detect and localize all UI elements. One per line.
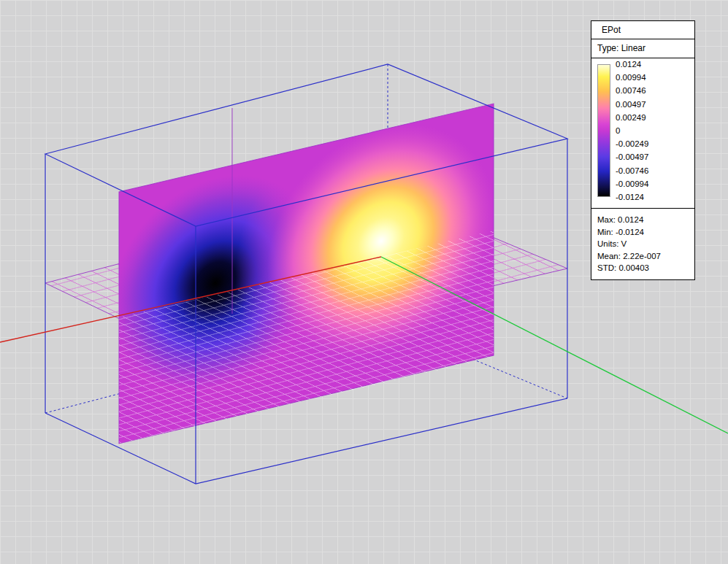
stat-units: Units: V (597, 238, 689, 250)
legend-type-label: Type: Linear (591, 39, 694, 58)
colorbar-tick: -0.00746 (616, 166, 648, 176)
colorbar-tick: 0.00746 (616, 85, 648, 96)
colorbar-tick: -0.0124 (616, 192, 648, 202)
stat-min: Min: -0.0124 (597, 226, 689, 239)
colorbar-tick: 0.0124 (616, 59, 648, 69)
colorbar-tick: -0.00994 (616, 179, 648, 189)
legend-title: EPot (591, 21, 694, 39)
colorbar-ticks: 0.0124 0.00994 0.00746 0.00497 0.00249 0… (616, 59, 648, 202)
colorbar-section: 0.0124 0.00994 0.00746 0.00497 0.00249 0… (591, 58, 694, 209)
colorbar-gradient (597, 64, 610, 197)
colorbar-tick: -0.00497 (616, 152, 648, 162)
colorbar-tick: 0.00497 (616, 99, 648, 109)
3d-viewport[interactable]: EPot Type: Linear 0.0124 0.00994 0.00746… (0, 0, 728, 564)
legend-stats: Max: 0.0124 Min: -0.0124 Units: V Mean: … (591, 209, 694, 279)
stat-std: STD: 0.00403 (597, 262, 689, 274)
colorbar-tick: 0.00249 (616, 112, 648, 123)
stat-mean: Mean: 2.22e-007 (597, 250, 689, 263)
colorbar-tick: -0.00249 (616, 139, 648, 149)
colorbar-tick: 0 (616, 125, 648, 136)
legend-panel: EPot Type: Linear 0.0124 0.00994 0.00746… (591, 20, 695, 280)
stat-max: Max: 0.0124 (597, 214, 689, 226)
colorbar-tick: 0.00994 (616, 72, 648, 82)
